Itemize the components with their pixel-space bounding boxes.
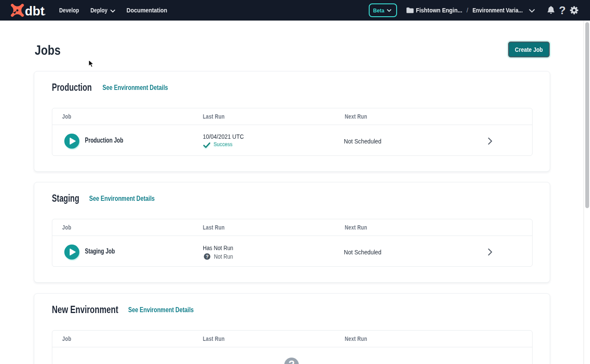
svg-text:?: ? <box>289 358 295 364</box>
svg-text:?: ? <box>206 254 209 259</box>
